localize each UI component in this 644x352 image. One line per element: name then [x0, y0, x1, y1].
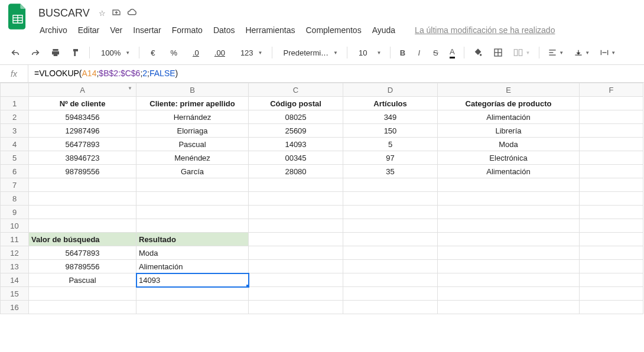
fill-color-button[interactable] [469, 44, 487, 61]
cell[interactable] [438, 246, 580, 260]
col-header-d[interactable]: D [343, 83, 438, 97]
cell[interactable]: 38946723 [29, 151, 136, 165]
cell[interactable] [29, 219, 136, 233]
cell[interactable] [438, 206, 580, 219]
cell[interactable]: Moda [438, 138, 580, 151]
cell[interactable] [249, 301, 343, 314]
doc-title[interactable]: BUSCARV [35, 6, 93, 21]
cloud-icon[interactable] [127, 8, 138, 18]
cell[interactable]: Librería [438, 124, 580, 138]
cell[interactable] [580, 178, 643, 192]
print-button[interactable] [46, 44, 65, 61]
cell[interactable] [438, 178, 580, 192]
row-header[interactable]: 7 [1, 178, 29, 192]
cell[interactable] [580, 124, 643, 138]
cell[interactable]: Cliente: primer apellido [136, 97, 249, 110]
cell[interactable] [343, 246, 438, 260]
row-header[interactable]: 12 [1, 246, 29, 260]
menu-formato[interactable]: Formato [168, 23, 207, 37]
cell[interactable] [29, 178, 136, 192]
cell[interactable] [580, 192, 643, 206]
spreadsheet-grid[interactable]: A▼ B C D E F 1 Nº de cliente Cliente: pr… [0, 83, 644, 314]
cell[interactable]: Categorías de producto [438, 97, 580, 110]
increase-decimal-button[interactable]: .00 [207, 44, 232, 61]
formula-input[interactable]: =VLOOKUP(A14;$B$2:$C$6;2;FALSE) [28, 69, 644, 79]
cell[interactable] [438, 260, 580, 273]
cell[interactable]: 5 [343, 138, 438, 151]
cell[interactable]: Código postal [249, 97, 343, 110]
cell[interactable]: 150 [343, 124, 438, 138]
cell[interactable] [580, 260, 643, 273]
select-all-corner[interactable] [1, 83, 29, 97]
text-color-button[interactable]: A [444, 44, 460, 61]
cell[interactable] [438, 301, 580, 314]
cell[interactable] [343, 178, 438, 192]
cell[interactable]: 08025 [249, 110, 343, 124]
cell[interactable] [136, 178, 249, 192]
number-format-button[interactable]: 123▼ [233, 44, 268, 61]
cell[interactable]: 35 [343, 165, 438, 178]
cell[interactable] [580, 165, 643, 178]
cell[interactable] [438, 192, 580, 206]
cell[interactable]: 14093 [249, 138, 343, 151]
cell[interactable]: Artículos [343, 97, 438, 110]
halign-button[interactable]: ▼ [544, 44, 568, 61]
menu-ver[interactable]: Ver [106, 23, 126, 37]
cell[interactable]: 25609 [249, 124, 343, 138]
row-header[interactable]: 6 [1, 165, 29, 178]
cell[interactable] [580, 233, 643, 246]
cell[interactable]: 349 [343, 110, 438, 124]
cell[interactable] [580, 206, 643, 219]
cell[interactable] [580, 301, 643, 314]
font-size-select[interactable]: 10▼ [352, 44, 386, 61]
font-select[interactable]: Predetermi…▼ [277, 44, 343, 61]
col-header-a[interactable]: A▼ [29, 83, 136, 97]
cell[interactable] [249, 178, 343, 192]
cell[interactable] [249, 219, 343, 233]
menu-complementos[interactable]: Complementos [301, 23, 365, 37]
cell[interactable] [249, 233, 343, 246]
cell[interactable]: Alimentación [136, 260, 249, 273]
cell[interactable]: 56477893 [29, 246, 136, 260]
cell[interactable] [136, 287, 249, 301]
row-header[interactable]: 5 [1, 151, 29, 165]
row-header[interactable]: 10 [1, 219, 29, 233]
cell[interactable] [136, 192, 249, 206]
cell[interactable]: Elorriaga [136, 124, 249, 138]
cell[interactable]: 98789556 [29, 165, 136, 178]
cell[interactable] [343, 260, 438, 273]
cell[interactable]: Pascual [29, 273, 136, 287]
cell[interactable]: 98789556 [29, 260, 136, 273]
menu-insertar[interactable]: Insertar [129, 23, 165, 37]
menu-editar[interactable]: Editar [74, 23, 104, 37]
cell[interactable] [343, 206, 438, 219]
cell[interactable] [580, 273, 643, 287]
row-header[interactable]: 16 [1, 301, 29, 314]
decrease-decimal-button[interactable]: .0 [186, 44, 206, 61]
col-header-c[interactable]: C [249, 83, 343, 97]
paint-format-button[interactable] [66, 44, 85, 61]
cell[interactable] [438, 273, 580, 287]
col-header-e[interactable]: E [438, 83, 580, 97]
cell[interactable] [136, 206, 249, 219]
menu-ayuda[interactable]: Ayuda [368, 23, 399, 37]
cell[interactable] [580, 110, 643, 124]
cell[interactable] [343, 219, 438, 233]
cell[interactable]: 00345 [249, 151, 343, 165]
row-header[interactable]: 13 [1, 260, 29, 273]
row-header[interactable]: 1 [1, 97, 29, 110]
cell[interactable] [29, 206, 136, 219]
sheets-logo[interactable] [6, 5, 30, 28]
redo-button[interactable] [26, 44, 45, 61]
cell[interactable]: García [136, 165, 249, 178]
cell[interactable] [343, 233, 438, 246]
currency-button[interactable]: € [144, 44, 162, 61]
strike-button[interactable]: S [428, 44, 443, 61]
cell[interactable]: Nº de cliente [29, 97, 136, 110]
cell[interactable]: Resultado [136, 233, 249, 246]
cell[interactable] [580, 138, 643, 151]
row-header[interactable]: 9 [1, 206, 29, 219]
undo-button[interactable] [6, 44, 25, 61]
cell[interactable] [29, 192, 136, 206]
cell[interactable]: Menéndez [136, 151, 249, 165]
